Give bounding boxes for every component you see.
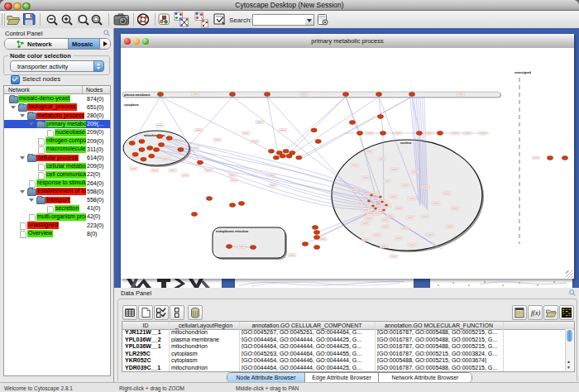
svg-text:cytoplasm: cytoplasm bbox=[124, 103, 139, 107]
svg-text:plasma membrane: plasma membrane bbox=[124, 93, 151, 97]
svg-text:endoplasmic reticulum: endoplasmic reticulum bbox=[216, 230, 248, 233]
svg-text:unassigned: unassigned bbox=[514, 71, 531, 74]
svg-text:nucleus: nucleus bbox=[400, 141, 412, 145]
svg-text:f(x): f(x) bbox=[531, 309, 540, 317]
